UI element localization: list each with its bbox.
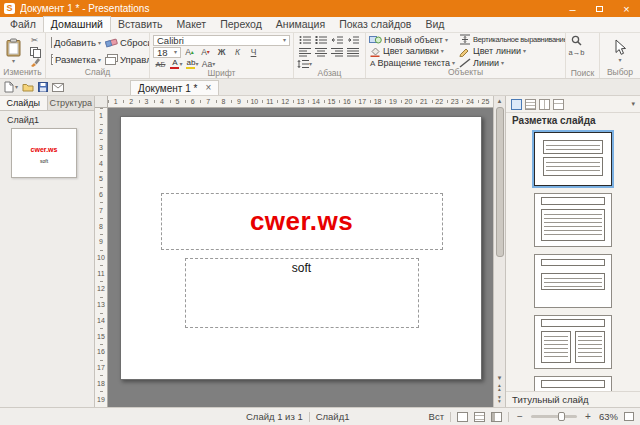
menu-tab-файл[interactable]: Файл (3, 17, 43, 32)
slide-thumbnail[interactable]: cwer.ws soft (11, 128, 77, 178)
ruler-mark-h: 18 (370, 96, 385, 107)
format-painter-button[interactable] (27, 56, 42, 67)
manage-slides-button[interactable]: Управление▾ (103, 54, 150, 65)
document-tab[interactable]: Документ 1 * × (130, 80, 219, 95)
replace-button[interactable]: a→b (569, 47, 584, 58)
title-placeholder[interactable]: cwer.ws (161, 193, 443, 250)
ruler-mark-h: 13 (293, 96, 308, 107)
cut-button[interactable]: ✂ (27, 35, 42, 46)
menu-tab-переход[interactable]: Переход (213, 17, 269, 32)
open-button[interactable] (22, 82, 34, 92)
tab-close-icon[interactable]: × (205, 83, 211, 93)
zoom-fit-icon[interactable] (624, 412, 634, 421)
menu-tab-показ-слайдов[interactable]: Показ слайдов (332, 17, 418, 32)
font-size-select[interactable]: 18▾ (153, 47, 181, 58)
align-right-button[interactable] (329, 47, 344, 58)
layout-option-content-band[interactable] (534, 254, 612, 308)
layout-option-title-big-content[interactable] (534, 376, 612, 391)
subtitle-placeholder[interactable]: soft (185, 258, 419, 328)
italic-button[interactable]: К (230, 47, 245, 58)
scrollbar-thumb[interactable] (496, 107, 504, 257)
font-name-select[interactable]: Calibri▾ (153, 35, 290, 46)
scroll-up-icon[interactable]: ▴ (498, 96, 502, 106)
status-insert-mode[interactable]: Вст (429, 411, 444, 422)
numbered-list-button[interactable] (313, 35, 328, 46)
shrink-font-button[interactable]: А▾ (198, 47, 213, 58)
menu-tab-вид[interactable]: Вид (418, 17, 451, 32)
horizontal-ruler[interactable]: 1234567891011121314151617181920212223242… (108, 96, 493, 108)
menu-tab-домашний[interactable]: Домашний (43, 16, 111, 32)
status-slide-name[interactable]: Слайд1 (316, 411, 350, 422)
layout-list (506, 129, 640, 391)
tab-outline[interactable]: Структура (48, 96, 95, 110)
ruler-mark-v: 5 (95, 171, 107, 187)
ruler-mark-v: 9 (95, 234, 107, 250)
line-color-button[interactable]: Цвет линии▾ (459, 45, 566, 56)
layout-option-title-slide[interactable] (534, 132, 612, 186)
send-email-button[interactable] (52, 83, 64, 92)
maximize-icon (596, 6, 603, 12)
slide-list-label: Слайд1 (7, 115, 94, 125)
close-button[interactable]: × (613, 0, 640, 17)
ruler-mark-h: 24 (462, 96, 477, 107)
panel-split-icon[interactable] (539, 99, 550, 110)
tab-slides[interactable]: Слайды (0, 96, 48, 110)
menu-tab-анимация[interactable]: Анимация (269, 17, 332, 32)
paste-button[interactable]: ▾ (3, 34, 24, 68)
slide-layout-button[interactable]: Разметка▾ (49, 54, 103, 65)
underline-button[interactable]: Ч (246, 47, 261, 58)
line-spacing-button[interactable]: ▾ (297, 59, 312, 70)
text-rotation-button[interactable]: АВращение текста▾ (369, 57, 455, 68)
vertical-align-button[interactable]: Вертикальное выравнивание▾ (459, 34, 566, 45)
align-center-button[interactable] (313, 47, 328, 58)
slide[interactable]: cwer.ws soft (120, 116, 482, 380)
maximize-button[interactable] (586, 0, 613, 17)
grow-font-button[interactable]: А▴ (182, 47, 197, 58)
view-normal-icon[interactable] (457, 412, 468, 422)
bold-button[interactable]: Ж (214, 47, 229, 58)
menu-tab-вставить[interactable]: Вставить (111, 17, 170, 32)
decrease-indent-button[interactable] (329, 35, 344, 46)
add-slide-button[interactable]: Добавить▾ (49, 37, 103, 48)
reset-slide-button[interactable]: Сбросить (103, 37, 150, 48)
search-button[interactable] (569, 35, 584, 46)
highlight-button[interactable]: ab▾ (185, 59, 200, 70)
open-folder-icon (22, 82, 34, 92)
save-button[interactable] (38, 82, 48, 92)
vertical-ruler[interactable]: 12345678910111213141516171819 (95, 108, 108, 407)
panel-outline-icon[interactable] (525, 99, 536, 110)
select-objects-button[interactable]: ▾ (608, 34, 632, 68)
next-slide-button[interactable]: ▾▾ (498, 395, 501, 407)
font-color-button[interactable]: А▾ (169, 59, 184, 70)
increase-indent-button[interactable] (345, 35, 360, 46)
zoom-level[interactable]: 63% (599, 411, 618, 422)
status-slide-info[interactable]: Слайд 1 из 1 (246, 411, 303, 422)
view-sorter-icon[interactable] (474, 412, 485, 422)
paint-bucket-icon (369, 46, 381, 57)
menu-tab-макет[interactable]: Макет (169, 17, 213, 32)
new-object-button[interactable]: Новый объект▾ (369, 34, 455, 45)
zoom-slider[interactable] (531, 415, 577, 418)
ruler-mark-v: 7 (95, 202, 107, 218)
zoom-slider-thumb[interactable] (558, 412, 565, 421)
thumb-title-text: cwer.ws (12, 146, 76, 153)
panel-layouts-icon[interactable] (511, 99, 522, 110)
align-justify-button[interactable] (345, 47, 360, 58)
bullet-list-button[interactable] (297, 35, 312, 46)
zoom-in-button[interactable]: + (583, 411, 593, 422)
align-left-button[interactable] (297, 47, 312, 58)
fill-color-button[interactable]: Цвет заливки▾ (369, 45, 455, 56)
panel-header-icon[interactable] (553, 99, 564, 110)
ruler-mark-h: 4 (154, 96, 169, 107)
panel-menu-icon[interactable]: ▾ (631, 100, 635, 108)
layout-option-two-content[interactable] (534, 315, 612, 369)
vertical-scrollbar[interactable]: ▴ ▾ ▴▴ ▾▾ (493, 96, 505, 407)
zoom-out-button[interactable]: − (515, 411, 525, 422)
minimize-button[interactable]: – (559, 0, 586, 17)
copy-button[interactable] (27, 46, 42, 57)
view-notes-icon[interactable] (491, 412, 502, 422)
new-document-button[interactable]: ▾ (4, 81, 18, 93)
strikethrough-button[interactable]: АБ (153, 59, 168, 70)
ruler-mark-v: 2 (95, 124, 107, 140)
layout-option-title-content[interactable] (534, 193, 612, 247)
